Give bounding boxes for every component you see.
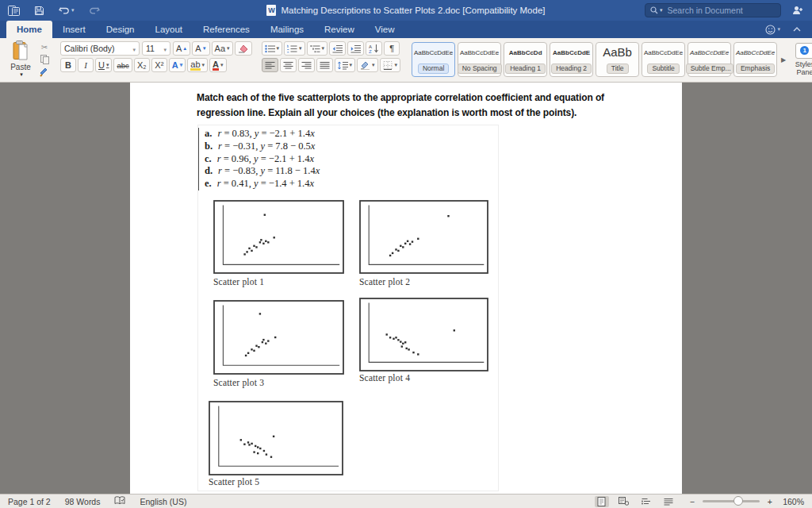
window-panes-icon[interactable] (8, 6, 20, 16)
tab-insert[interactable]: Insert (52, 21, 96, 38)
tab-home[interactable]: Home (6, 21, 52, 38)
save-icon[interactable] (34, 6, 44, 16)
style-no-spacing[interactable]: AaBbCcDdEe No Spacing (458, 42, 501, 77)
option-e: e.r = 0.41, y = −1.4 + 1.4x (205, 178, 320, 190)
view-print-layout-icon[interactable] (595, 496, 609, 507)
statusbar: Page 1 of 2 98 Words English (US) (0, 494, 812, 508)
style-emphasis[interactable]: AaBbCcDdEe Emphasis (733, 42, 777, 77)
justify-icon[interactable] (316, 58, 333, 72)
option-a: a.r = 0.83, y = −2.1 + 1.4x (205, 128, 320, 140)
word-doc-icon: W (266, 5, 276, 16)
zoom-slider-knob[interactable] (733, 496, 743, 506)
font-color-button[interactable]: A (209, 58, 226, 72)
format-painter-icon[interactable] (36, 66, 52, 78)
sort-icon[interactable]: AZ (366, 41, 382, 56)
tab-references[interactable]: References (193, 21, 260, 38)
zoom-level[interactable]: 160% (780, 497, 804, 506)
redo-button[interactable] (89, 6, 100, 15)
clear-formatting-button[interactable] (235, 41, 252, 56)
language-indicator[interactable]: English (US) (140, 497, 186, 506)
tab-layout[interactable]: Layout (145, 21, 193, 38)
answer-options-list: a.r = 0.83, y = −2.1 + 1.4x b.r = −0.31,… (198, 128, 320, 190)
search-box[interactable] (645, 3, 781, 17)
zoom-out-button[interactable]: − (690, 497, 695, 506)
styles-pane-button[interactable]: Styles Pane (789, 60, 812, 76)
ribbon-home: Paste ✂ Calibri (Body) 11 (0, 38, 812, 83)
align-center-icon[interactable] (280, 58, 297, 72)
styles-pane-icon[interactable]: 1 (795, 43, 812, 59)
bullet-list-icon[interactable] (262, 41, 283, 56)
style-heading-1[interactable]: AaBbCcDd Heading 1 (504, 42, 547, 77)
cut-icon[interactable]: ✂ (36, 41, 52, 53)
borders-icon[interactable] (380, 58, 401, 72)
styles-gallery: AaBbCcDdEe Normal AaBbCcDdEe No Spacing … (410, 40, 789, 79)
option-d: d.r = −0.83, y = 11.8 − 1.4x (205, 165, 320, 178)
undo-button[interactable] (59, 6, 75, 15)
collapse-ribbon-icon[interactable] (793, 27, 801, 32)
strikethrough-button[interactable]: abc (113, 58, 132, 72)
feedback-smiley-icon[interactable] (765, 25, 780, 35)
share-person-icon[interactable] (792, 6, 804, 15)
search-icon[interactable] (650, 6, 663, 14)
style-title[interactable]: AaBb Title (596, 42, 639, 77)
option-b: b.r = −0.31, y = 7.8 − 0.5x (205, 140, 320, 153)
shrink-font-button[interactable]: A▼ (192, 41, 209, 56)
style-heading-2[interactable]: AaBbCcDdE Heading 2 (550, 42, 593, 77)
proofing-icon[interactable] (114, 496, 125, 506)
bold-button[interactable]: B (60, 58, 76, 72)
view-draft-icon[interactable] (661, 496, 676, 507)
underline-button[interactable]: U (95, 58, 112, 72)
scatter-plot-1 (213, 200, 344, 274)
change-case-button[interactable]: Aa (212, 41, 233, 56)
option-c: c.r = 0.96, y = −2.1 + 1.4x (205, 153, 320, 166)
document-area[interactable]: Match each of the five scatterplots to t… (0, 83, 812, 494)
tab-review[interactable]: Review (314, 21, 365, 38)
tab-view[interactable]: View (365, 21, 405, 38)
font-size-select[interactable]: 11 (142, 41, 170, 56)
paragraph-group: AZ ¶ (262, 40, 403, 79)
view-outline-icon[interactable] (639, 496, 653, 507)
subscript-button[interactable]: X₂ (134, 58, 150, 72)
view-focus-icon[interactable] (617, 496, 631, 507)
word-count[interactable]: 98 Words (65, 497, 101, 506)
document-page[interactable]: Match each of the five scatterplots to t… (130, 83, 682, 494)
copy-icon[interactable] (36, 54, 52, 66)
highlight-color-button[interactable]: ab (187, 58, 208, 72)
multilevel-list-icon[interactable] (307, 41, 328, 56)
zoom-slider[interactable] (703, 500, 760, 502)
scatter-plot-4-label: Scatter plot 4 (359, 373, 410, 383)
style-normal[interactable]: AaBbCcDdEe Normal (412, 42, 455, 77)
italic-button[interactable]: I (78, 58, 94, 72)
font-group: Calibri (Body) 11 A▲ A▼ Aa B I U abc X₂ … (60, 40, 254, 79)
increase-indent-icon[interactable] (347, 41, 364, 56)
tab-mailings[interactable]: Mailings (260, 21, 314, 38)
scatter-plot-3 (213, 300, 344, 375)
align-right-icon[interactable] (298, 58, 315, 72)
styles-more-button[interactable]: ▶ (779, 56, 787, 64)
superscript-button[interactable]: X² (151, 58, 167, 72)
show-formatting-marks-icon[interactable]: ¶ (384, 41, 400, 56)
style-subtle-emphasis[interactable]: AaBbCcDdEe Subtle Emp... (688, 42, 731, 77)
paste-button[interactable]: Paste (5, 40, 36, 79)
tab-design[interactable]: Design (96, 21, 145, 38)
page-indicator[interactable]: Page 1 of 2 (8, 497, 51, 506)
line-spacing-icon[interactable] (335, 58, 356, 72)
grow-font-button[interactable]: A▲ (173, 41, 190, 56)
search-input[interactable] (666, 5, 776, 16)
document-heading: Match each of the five scatterplots to t… (197, 90, 604, 121)
zoom-in-button[interactable]: + (768, 497, 772, 506)
svg-text:A: A (369, 44, 372, 49)
decrease-indent-icon[interactable] (329, 41, 346, 56)
paste-label: Paste (10, 63, 31, 71)
font-name-select[interactable]: Calibri (Body) (60, 41, 140, 56)
scatter-plot-2-label: Scatter plot 2 (359, 277, 410, 287)
align-left-icon[interactable] (262, 58, 278, 72)
scatter-plot-5-label: Scatter plot 5 (209, 477, 259, 487)
numbered-list-icon[interactable] (284, 41, 305, 56)
word-window: W Matching Descriptions to Scatter Plots… (0, 0, 812, 508)
scatter-plot-1-label: Scatter plot 1 (213, 277, 264, 287)
style-subtitle[interactable]: AaBbCcDdEe Subtitle (642, 42, 685, 77)
shading-icon[interactable] (357, 58, 378, 72)
text-effects-button[interactable]: A (169, 58, 186, 72)
svg-text:Z: Z (369, 49, 372, 53)
